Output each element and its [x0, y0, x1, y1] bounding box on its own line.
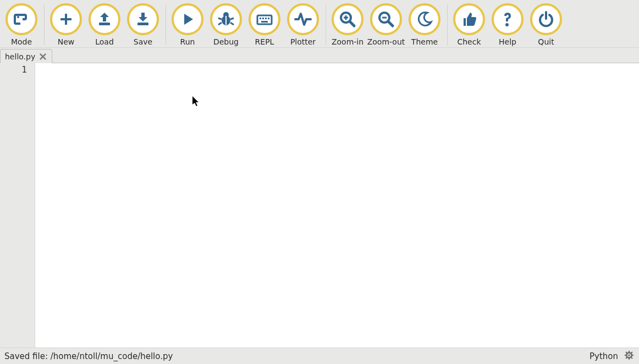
- mouse-cursor-icon: [192, 96, 200, 107]
- zoom-in-button[interactable]: Zoom-in: [328, 3, 367, 46]
- svg-line-6: [230, 18, 234, 19]
- svg-rect-11: [260, 18, 261, 19]
- toolbar-group: New Load Save: [47, 3, 162, 46]
- line-gutter: 1: [0, 63, 35, 348]
- tab-title: hello.py: [5, 52, 35, 61]
- save-button[interactable]: Save: [124, 3, 162, 46]
- close-icon[interactable]: [38, 52, 47, 61]
- keyboard-icon: [249, 3, 280, 35]
- toolbar-label: Check: [457, 37, 481, 46]
- debug-button[interactable]: Debug: [207, 3, 245, 46]
- play-icon: [172, 3, 203, 35]
- question-icon: [492, 3, 524, 35]
- bug-icon: [210, 3, 242, 35]
- mode-button[interactable]: Mode: [2, 3, 41, 46]
- new-button[interactable]: New: [47, 3, 85, 46]
- toolbar-label: Help: [499, 37, 516, 46]
- svg-rect-1: [99, 23, 110, 25]
- line-number: 1: [0, 64, 27, 75]
- upload-icon: [89, 3, 120, 35]
- svg-rect-2: [137, 23, 148, 25]
- toolbar-separator: [44, 4, 45, 45]
- svg-line-8: [230, 23, 234, 25]
- svg-line-7: [218, 23, 222, 25]
- load-button[interactable]: Load: [85, 3, 124, 46]
- svg-point-23: [505, 23, 509, 26]
- power-icon: [530, 3, 562, 35]
- tab-bar: hello.py: [0, 48, 639, 63]
- svg-rect-10: [257, 15, 272, 24]
- toolbar: Mode New Load Save R: [0, 0, 639, 48]
- toolbar-label: New: [58, 37, 75, 46]
- repl-button[interactable]: REPL: [245, 3, 284, 46]
- svg-rect-14: [268, 18, 269, 19]
- toolbar-label: Quit: [538, 37, 554, 46]
- download-icon: [127, 3, 159, 35]
- theme-button[interactable]: Theme: [405, 3, 444, 46]
- moon-icon: [409, 3, 440, 35]
- svg-rect-13: [265, 18, 267, 19]
- toolbar-label: REPL: [255, 37, 274, 46]
- svg-line-5: [218, 18, 222, 19]
- toolbar-group: Zoom-in Zoom-out Theme: [328, 3, 444, 46]
- svg-rect-12: [262, 18, 264, 19]
- toolbar-group: Mode: [2, 3, 41, 46]
- svg-line-21: [388, 21, 393, 26]
- toolbar-label: Mode: [11, 37, 32, 46]
- gear-icon[interactable]: [624, 350, 635, 363]
- zoom-out-icon: [370, 3, 402, 35]
- status-message: Saved file: /home/ntoll/mu_code/hello.py: [4, 351, 590, 361]
- toolbar-label: Zoom-out: [367, 37, 405, 46]
- toolbar-label: Plotter: [290, 37, 316, 46]
- toolbar-separator: [326, 4, 326, 45]
- toolbar-group: Check Help Quit: [450, 3, 565, 46]
- check-button[interactable]: Check: [450, 3, 488, 46]
- tab-hello-py[interactable]: hello.py: [0, 49, 52, 63]
- toolbar-label: Save: [134, 37, 152, 46]
- zoom-out-button[interactable]: Zoom-out: [367, 3, 405, 46]
- help-button[interactable]: Help: [488, 3, 527, 46]
- toolbar-label: Load: [95, 37, 114, 46]
- svg-point-0: [17, 16, 19, 18]
- toolbar-separator: [447, 4, 448, 45]
- toolbar-group: Run Debug REPL Plotter: [168, 3, 322, 46]
- svg-line-17: [350, 21, 354, 26]
- editor: 1: [0, 63, 639, 348]
- pulse-icon: [287, 3, 319, 35]
- zoom-in-icon: [332, 3, 363, 35]
- toolbar-label: Debug: [213, 37, 239, 46]
- thumbs-up-icon: [453, 3, 485, 35]
- toolbar-label: Run: [180, 37, 195, 46]
- status-bar: Saved file: /home/ntoll/mu_code/hello.py…: [0, 348, 639, 364]
- quit-button[interactable]: Quit: [527, 3, 565, 46]
- toolbar-label: Zoom-in: [332, 37, 363, 46]
- toolbar-label: Theme: [411, 37, 438, 46]
- plotter-button[interactable]: Plotter: [284, 3, 322, 46]
- mode-icon: [5, 3, 37, 35]
- status-mode[interactable]: Python: [590, 351, 618, 361]
- toolbar-separator: [166, 4, 166, 45]
- run-button[interactable]: Run: [168, 3, 207, 46]
- plus-icon: [50, 3, 82, 35]
- code-area[interactable]: [35, 63, 639, 348]
- svg-rect-15: [261, 21, 268, 23]
